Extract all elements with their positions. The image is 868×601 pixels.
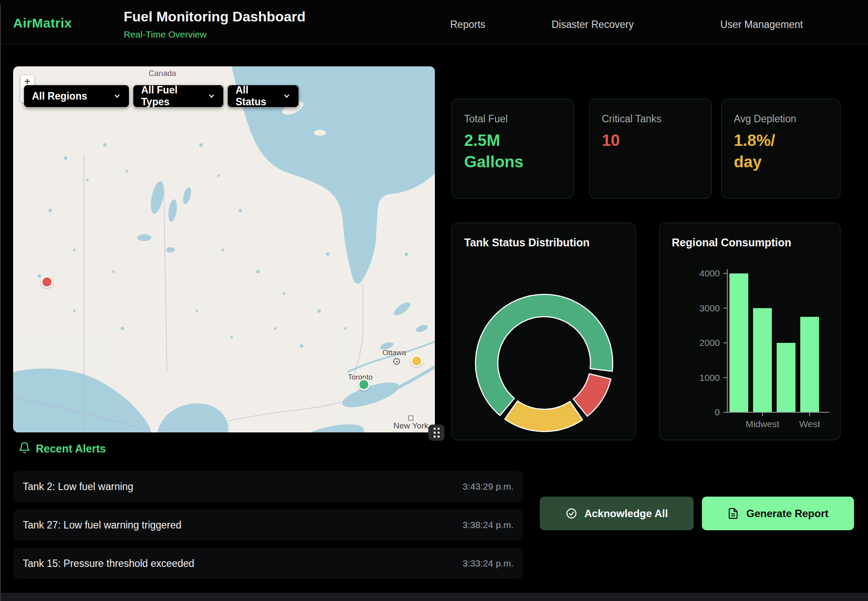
chevron-down-icon <box>113 92 121 100</box>
acknowledge-all-button[interactable]: Acknowledge All <box>540 497 694 530</box>
window-bottom-strip <box>0 593 868 601</box>
regional-consumption-bar-chart: 01000200030004000MidwestWest <box>660 223 841 441</box>
title-block: Fuel Monitoring Dashboard Real-Time Over… <box>124 9 306 40</box>
status-filter-select[interactable]: All Status <box>228 85 299 107</box>
regional-consumption-card: Regional Consumption 01000200030004000Mi… <box>659 223 840 440</box>
map-filter-bar: All Regions All Fuel Types All Status <box>24 85 299 107</box>
drag-dots-icon <box>434 428 440 438</box>
kpi-label: Critical Tanks <box>602 113 711 125</box>
map-label-canada: Canada <box>149 69 176 78</box>
chevron-down-icon <box>208 92 215 100</box>
ottawa-town-icon <box>393 358 400 365</box>
report-document-icon <box>727 508 739 519</box>
region-filter-select[interactable]: All Regions <box>24 85 129 107</box>
fuel-type-filter-select[interactable]: All Fuel Types <box>133 85 223 107</box>
alert-message: Tank 15: Pressure threshold exceeded <box>23 558 194 570</box>
app-logo: AirMatrix <box>13 16 72 31</box>
tank-marker-critical[interactable] <box>41 276 53 288</box>
kpi-value: 10 <box>602 130 685 152</box>
nav-item-reports[interactable]: Reports <box>450 0 486 49</box>
svg-text:4000: 4000 <box>699 268 720 278</box>
nav-item-disaster-recovery[interactable]: Disaster Recovery <box>552 0 634 49</box>
kpi-value: 2.5M Gallons <box>464 130 547 173</box>
map-resize-handle[interactable] <box>428 425 444 441</box>
region-filter-value: All Regions <box>32 90 87 102</box>
page-subtitle: Real-Time Overview <box>124 29 306 40</box>
tank-status-distribution-card: Tank Status Distribution <box>451 223 636 440</box>
generate-report-button[interactable]: Generate Report <box>702 497 854 530</box>
kpi-value: 1.8%/day <box>734 130 779 173</box>
tank-marker-warning[interactable] <box>411 355 423 367</box>
tank-status-donut-chart <box>452 223 636 441</box>
tank-marker-normal[interactable] <box>358 379 370 390</box>
acknowledge-all-label: Acknowledge All <box>584 508 668 520</box>
kpi-label: Avg Depletion <box>734 113 840 125</box>
chevron-down-icon <box>283 92 291 100</box>
svg-text:West: West <box>799 419 820 429</box>
window-left-edge <box>0 4 1 601</box>
svg-text:0: 0 <box>715 407 720 417</box>
map-panel[interactable]: Canada Ottawa Toronto New York + − All R… <box>13 66 435 432</box>
map-label-new-york: New York <box>393 421 428 431</box>
alert-timestamp: 3:43:29 p.m. <box>462 481 514 492</box>
svg-text:2000: 2000 <box>699 338 720 348</box>
app-header: AirMatrix Fuel Monitoring Dashboard Real… <box>0 0 868 44</box>
alert-message: Tank 27: Low fuel warning triggered <box>23 519 181 531</box>
alert-list-item[interactable]: Tank 27: Low fuel warning triggered 3:38… <box>13 509 523 541</box>
alert-message: Tank 2: Low fuel warning <box>23 481 133 493</box>
alert-timestamp: 3:38:24 p.m. <box>462 520 514 530</box>
kpi-card-avg-depletion: Avg Depletion 1.8%/day <box>721 99 840 199</box>
svg-text:3000: 3000 <box>699 303 720 313</box>
svg-text:Midwest: Midwest <box>746 419 779 429</box>
check-circle-icon <box>566 508 577 519</box>
alert-timestamp: 3:33:24 p.m. <box>462 558 514 569</box>
kpi-label: Total Fuel <box>464 113 573 125</box>
recent-alerts-title: Recent Alerts <box>36 442 106 455</box>
status-filter-value: All Status <box>236 84 277 108</box>
new-york-town-icon <box>408 415 413 421</box>
nav-item-user-management[interactable]: User Management <box>720 0 803 49</box>
bell-icon <box>18 442 31 454</box>
svg-text:1000: 1000 <box>699 373 720 383</box>
alert-list-item[interactable]: Tank 2: Low fuel warning 3:43:29 p.m. <box>13 471 523 502</box>
generate-report-label: Generate Report <box>746 508 828 520</box>
alert-list-item[interactable]: Tank 15: Pressure threshold exceeded 3:3… <box>13 548 523 579</box>
kpi-card-critical-tanks: Critical Tanks 10 <box>589 99 712 199</box>
fuel-type-filter-value: All Fuel Types <box>141 84 201 108</box>
page-title: Fuel Monitoring Dashboard <box>124 9 306 25</box>
kpi-card-total-fuel: Total Fuel 2.5M Gallons <box>451 99 574 199</box>
map-label-ottawa: Ottawa <box>382 349 406 357</box>
